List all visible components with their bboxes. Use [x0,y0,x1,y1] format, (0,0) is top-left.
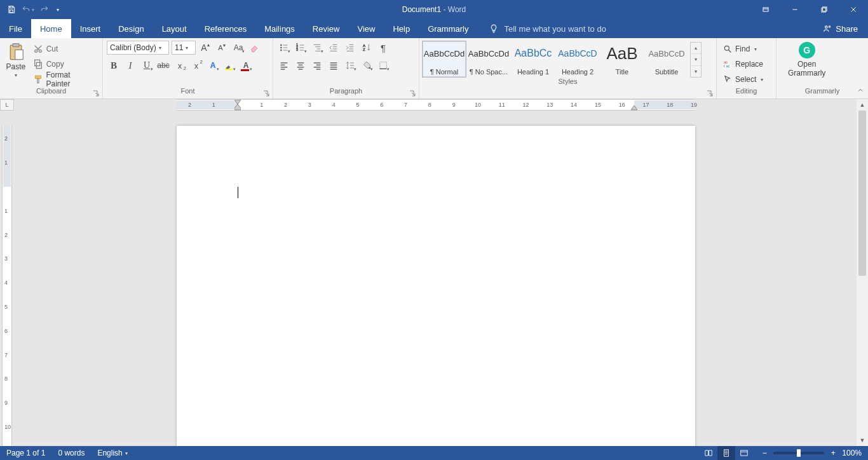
underline-button[interactable]: U [140,58,154,72]
vertical-ruler[interactable]: 21123456789101112 [0,111,14,446]
tab-view[interactable]: View [348,19,384,38]
superscript-button[interactable]: x [189,58,203,72]
multilevel-list-button[interactable] [310,41,324,55]
subscript-button[interactable]: x [173,58,187,72]
bullets-button[interactable] [277,41,291,55]
web-layout-button[interactable] [735,446,753,460]
styles-row-up[interactable]: ▴ [691,43,701,54]
change-case-button[interactable]: Aa [231,41,245,55]
copy-button[interactable]: Copy [31,57,98,71]
maximize-button[interactable] [810,0,839,19]
font-size-combo[interactable]: 11▾ [172,41,196,55]
tab-insert[interactable]: Insert [71,19,110,38]
tab-references[interactable]: References [196,19,255,38]
scroll-down-button[interactable]: ▼ [857,435,868,446]
tab-mailings[interactable]: Mailings [255,19,304,38]
scroll-up-button[interactable]: ▲ [857,99,868,111]
numbering-button[interactable]: 123 [294,41,308,55]
share-label: Share [836,24,858,34]
align-right-button[interactable] [310,58,324,72]
increase-indent-button[interactable] [343,41,357,55]
font-launcher[interactable] [263,90,271,97]
align-left-button[interactable] [277,58,291,72]
style-heading-2[interactable]: AaBbCcDHeading 2 [555,41,600,78]
clipboard-launcher[interactable] [93,90,100,97]
strikethrough-button[interactable]: abc [156,58,170,72]
tab-design[interactable]: Design [109,19,153,38]
justify-button[interactable] [327,58,341,72]
save-button[interactable] [4,2,19,17]
page[interactable] [177,126,695,446]
clear-formatting-button[interactable] [248,41,262,55]
scroll-thumb[interactable] [858,111,866,276]
read-mode-button[interactable] [700,446,717,460]
style--no-spac-[interactable]: AaBbCcDd¶ No Spac... [466,41,511,78]
borders-button[interactable] [376,58,390,72]
bold-button[interactable]: B [107,58,121,72]
shrink-font-button[interactable]: A▾ [215,41,229,55]
svg-rect-4 [823,7,827,11]
close-button[interactable] [839,0,868,19]
tab-layout[interactable]: Layout [153,19,196,38]
zoom-in-button[interactable]: + [828,449,838,457]
collapse-ribbon-button[interactable] [857,86,864,96]
grow-font-button[interactable]: A▴ [198,41,212,55]
text-effects-button[interactable]: A [206,58,220,72]
styles-row-down[interactable]: ▾ [691,54,701,65]
style-heading-1[interactable]: AaBbCcHeading 1 [511,41,555,78]
status-words[interactable]: 0 words [51,446,91,460]
zoom-level[interactable]: 100% [842,449,862,457]
style--normal[interactable]: AaBbCcDd¶ Normal [422,41,466,78]
customize-qat-button[interactable]: ▾ [53,2,62,17]
sort-button[interactable]: AZ [360,41,374,55]
status-page[interactable]: Page 1 of 1 [0,446,51,460]
tell-me-search[interactable]: Tell me what you want to do [489,19,606,38]
tab-home[interactable]: Home [31,19,71,38]
align-center-button[interactable] [294,58,308,72]
paste-button[interactable]: Paste ▾ [4,41,28,78]
tab-file[interactable]: File [0,19,31,38]
styles-launcher[interactable] [707,90,714,97]
italic-button[interactable]: I [123,58,137,72]
minimize-button[interactable] [780,0,810,19]
redo-button[interactable] [37,2,52,17]
decrease-indent-button[interactable] [327,41,341,55]
v-ruler-tick: 1 [4,159,8,166]
vertical-scrollbar[interactable]: ▲ ▼ [857,99,868,446]
tab-review[interactable]: Review [304,19,349,38]
show-hide-marks-button[interactable]: ¶ [376,41,390,55]
cut-button[interactable]: Cut [31,42,98,56]
font-name-combo[interactable]: Calibri (Body)▾ [107,41,169,55]
tab-selector[interactable]: L [0,99,14,111]
style-subtitle[interactable]: AaBbCcDSubtitle [644,41,689,78]
font-color-button[interactable]: A [239,58,253,72]
select-button[interactable]: Select ▾ [721,72,766,86]
format-painter-button[interactable]: Format Painter [31,72,98,86]
replace-button[interactable]: abac Replace [721,57,766,71]
svg-line-69 [729,50,731,53]
svg-rect-79 [741,450,748,456]
ribbon-display-options-button[interactable] [751,0,780,19]
find-button[interactable]: Find ▾ [721,42,766,56]
tab-help[interactable]: Help [384,19,419,38]
zoom-slider-thumb[interactable] [797,449,801,457]
zoom-out-button[interactable]: − [759,449,770,457]
highlight-button[interactable] [222,58,236,72]
zoom-slider[interactable] [773,452,824,454]
right-indent-marker[interactable] [631,105,637,111]
styles-more-button[interactable]: ▾ [691,66,701,77]
horizontal-ruler[interactable]: 2112345678910111213141516171819 [14,99,857,111]
print-layout-button[interactable] [717,446,735,460]
open-grammarly-button[interactable]: G OpenGrammarly [780,41,833,78]
status-language[interactable]: English▾ [91,446,133,460]
group-paragraph-label: Paragraph [273,87,419,98]
paragraph-launcher[interactable] [409,90,417,97]
left-indent-marker[interactable] [234,104,241,111]
tab-grammarly[interactable]: Grammarly [419,19,477,38]
document-area[interactable] [14,111,857,446]
style-title[interactable]: AaBTitle [600,41,644,78]
line-spacing-button[interactable] [343,58,357,72]
share-button[interactable]: Share [813,19,868,38]
shading-button[interactable] [360,58,374,72]
undo-button[interactable]: ▾ [20,2,36,17]
